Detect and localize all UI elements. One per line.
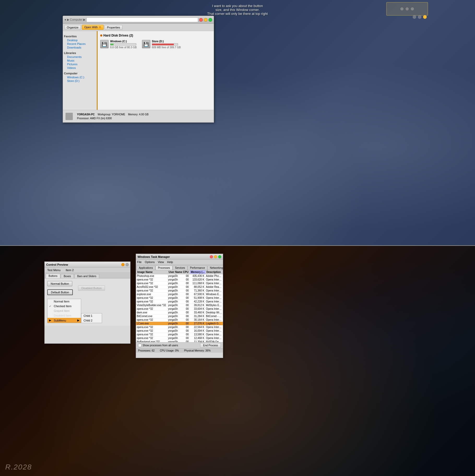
- table-row[interactable]: Photoshop.exe yorgaSh 00 435,436 K Adobe…: [136, 274, 223, 278]
- cell-desc: Adobe Reader: [205, 285, 223, 289]
- cell-cpu: 00: [182, 325, 189, 329]
- cell-name: Photoshop.exe: [136, 274, 167, 278]
- sidebar-recent[interactable]: Recent Places: [64, 42, 96, 46]
- close-btn[interactable]: [199, 18, 203, 22]
- maximize-btn[interactable]: [209, 18, 212, 22]
- sidebar-store-d[interactable]: Store (D:): [64, 79, 96, 83]
- tm-menubar: File Options View Help: [136, 260, 223, 264]
- table-row[interactable]: opera.exe *32 yorgaSh 00 16,004 K Opera …: [136, 329, 223, 333]
- table-row[interactable]: opera.exe *32 yorgaSh 00 111,068 K Opera…: [136, 282, 223, 285]
- tm-tab-networking[interactable]: Networking: [207, 266, 223, 270]
- table-row[interactable]: NvBackend.exe *32 yorgaSh 00 11,304 K NV…: [136, 340, 223, 342]
- cell-desc: Opera Internet Browser: [205, 333, 223, 336]
- submenu-child2[interactable]: Child 2: [81, 318, 102, 323]
- sidebar-desktop[interactable]: Desktop: [64, 38, 96, 42]
- properties-btn[interactable]: Properties: [105, 25, 122, 30]
- cp-tab-bars[interactable]: Bars and Sliders: [74, 274, 99, 278]
- show-all-checkbox[interactable]: [138, 344, 141, 347]
- sidebar-music[interactable]: Music: [64, 59, 96, 62]
- drive-c[interactable]: 💾 Windows (C:) 8.8 GB free of 80.3 GB: [100, 40, 137, 49]
- minimize-btn[interactable]: [204, 18, 207, 22]
- th-cpu[interactable]: CPU: [182, 270, 190, 274]
- cp-tab-buttons[interactable]: Buttons: [46, 274, 60, 278]
- table-row[interactable]: opera.exe *32 yorgaSh 00 30,164 K Opera …: [136, 318, 223, 322]
- cp-tab-boxes[interactable]: Boxes: [61, 274, 74, 278]
- explorer-search[interactable]: [86, 17, 198, 22]
- table-row[interactable]: VistaStyIeBuilder.exe *32 yorgaSh 00 39,…: [136, 304, 223, 307]
- wc-dot-1[interactable]: [413, 15, 416, 19]
- cell-name: opera.exe *32: [136, 278, 167, 281]
- tm-max-btn[interactable]: [218, 255, 221, 258]
- window-controls-top: [413, 15, 427, 19]
- menu-disabled-item: Disabled Item: [48, 313, 81, 318]
- corner-dot-3: [411, 7, 414, 10]
- bottom-background: R.2028 Control Preview Test Menu Item 2 …: [0, 246, 475, 476]
- cell-desc: Opera Internet Browser: [205, 282, 223, 285]
- table-row[interactable]: opera.exe *32 yorgaSh 00 133,620 K Opera…: [136, 278, 223, 282]
- th-user-name[interactable]: User Name: [168, 270, 182, 274]
- cp-menu-test[interactable]: Test Menu: [46, 268, 62, 272]
- cell-name: NvBackend.exe *32: [136, 340, 167, 342]
- table-row[interactable]: opera.exe *32 yorgaSh 00 51,908 K Opera …: [136, 296, 223, 300]
- menu-checked-item[interactable]: ✓ Checked Item: [48, 304, 81, 308]
- corner-dot-2: [406, 7, 409, 10]
- tm-tab-processes[interactable]: Processes: [156, 266, 173, 270]
- tm-menu-help[interactable]: Help: [167, 260, 173, 264]
- sidebar-downloads[interactable]: Downloads: [64, 46, 96, 49]
- end-process-btn[interactable]: End Process: [200, 343, 221, 348]
- menu-submenu-item[interactable]: ▶ SubMenu ▶: [48, 318, 81, 323]
- table-row[interactable]: opera.exe *32 yorgaSh 00 71,360 K Opera …: [136, 289, 223, 293]
- table-row[interactable]: opera.exe *32 yorgaSh 00 42,228 K Opera …: [136, 300, 223, 304]
- default-button[interactable]: Default Button: [47, 289, 73, 295]
- wc-dot-yellow[interactable]: [423, 15, 427, 19]
- tm-tab-applications[interactable]: Applications: [136, 266, 155, 270]
- table-row[interactable]: opera.exe *32 yorgaSh 00 13,580 K Opera …: [136, 333, 223, 336]
- sidebar-documents[interactable]: Documents: [64, 55, 96, 59]
- sidebar-windows-c[interactable]: Windows (C:): [64, 75, 96, 79]
- table-row[interactable]: AcroRd32.exe *32 yorgaSh 00 88,052 K Ado…: [136, 285, 223, 289]
- th-memory[interactable]: Memory (...: [190, 270, 206, 274]
- drive-d-icon: 💾: [142, 40, 150, 48]
- drive-d[interactable]: 💾 Store (D:) 609 MB free of 389.7 GB: [142, 40, 181, 49]
- tm-table-body[interactable]: Photoshop.exe yorgaSh 00 435,436 K Adobe…: [136, 274, 223, 342]
- open-with-btn[interactable]: Open With ⚙: [82, 25, 104, 30]
- submenu-child1[interactable]: Child 1: [81, 313, 102, 318]
- th-image-name[interactable]: Image Name: [136, 270, 168, 274]
- sidebar-videos[interactable]: Videos: [64, 66, 96, 70]
- table-row[interactable]: opera.exe *32 yorgaSh 00 33,604 K Opera …: [136, 307, 223, 311]
- cp-menu-item2[interactable]: Item 2: [64, 268, 75, 272]
- menu-normal-item[interactable]: Normal Item: [48, 299, 81, 304]
- cell-name: opera.exe *32: [136, 325, 167, 329]
- organize-btn[interactable]: Organize: [64, 25, 81, 30]
- th-description[interactable]: Description: [206, 270, 222, 274]
- tm-tab-performance[interactable]: Performance: [188, 266, 207, 270]
- cp-orange-btn[interactable]: [121, 263, 124, 266]
- table-row[interactable]: opera.exe *32 yorgaSh 00 22,564 K Opera …: [136, 325, 223, 329]
- wc-dot-2[interactable]: [418, 15, 421, 19]
- table-row[interactable]: dwm.exe yorgaSh 00 33,460 K Desktop Wind…: [136, 311, 223, 314]
- cell-mem: 39,812 K: [189, 304, 205, 307]
- tm-close-btn[interactable]: [210, 255, 213, 258]
- cp-gray-btn[interactable]: [126, 263, 129, 266]
- normal-button[interactable]: Normal Button: [47, 281, 72, 286]
- drive-d-bar: [152, 43, 178, 45]
- sidebar-pictures[interactable]: Pictures: [64, 62, 96, 66]
- tm-menu-options[interactable]: Options: [145, 260, 155, 264]
- tm-min-btn[interactable]: [214, 255, 217, 258]
- table-row[interactable]: explorer.exe yorgaSh 00 67,500 K Windows…: [136, 293, 223, 296]
- drive-d-info: Store (D:) 609 MB free of 389.7 GB: [152, 40, 181, 49]
- tooltip-text: I want to ask you about the button size,…: [207, 4, 268, 16]
- section-dot: [100, 34, 102, 37]
- cell-cpu: 00: [182, 278, 189, 281]
- titlebar-controls: [199, 18, 212, 22]
- cell-user: yorgaSh: [167, 314, 182, 318]
- cp-body: Normal Button Default Button Disabled Bu…: [45, 278, 130, 326]
- show-all-label[interactable]: Show processes from all users: [138, 344, 178, 347]
- table-row[interactable]: opera.exe *32 yorgaSh 00 12,468 K Opera …: [136, 336, 223, 340]
- tm-tab-services[interactable]: Services: [173, 266, 187, 270]
- tm-menu-view[interactable]: View: [158, 260, 164, 264]
- table-row[interactable]: LCore.exe yorgaSh 00 27,076 K Logitech G…: [136, 322, 223, 325]
- tm-menu-file[interactable]: File: [137, 260, 142, 264]
- table-row[interactable]: BitComet.exe yorgaSh 00 31,284 K BitCome…: [136, 314, 223, 318]
- cell-mem: 71,360 K: [189, 289, 205, 292]
